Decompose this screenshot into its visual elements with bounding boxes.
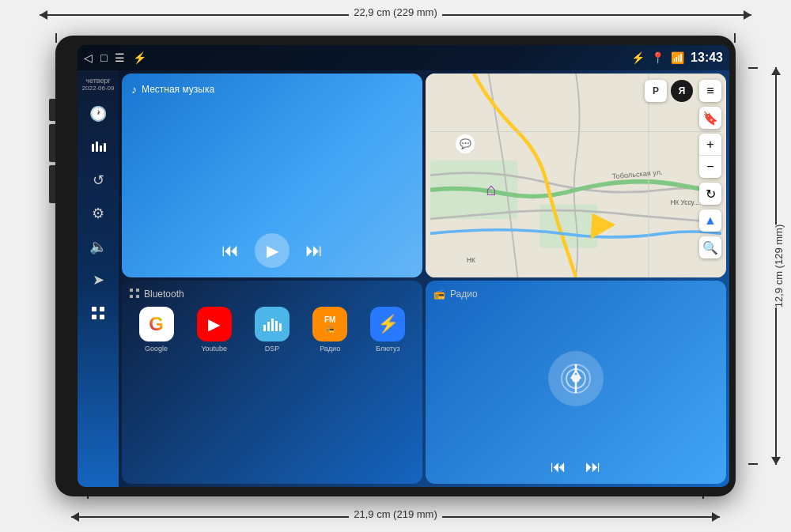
- left-nav: четверг 2022-06-09 🕐 ↺ ⚙ 🔈 ➤: [78, 70, 119, 487]
- app-item-radio[interactable]: FM📻 Радио: [312, 307, 347, 353]
- nav-volume-icon[interactable]: 🔈: [84, 232, 112, 261]
- play-button[interactable]: ▶: [255, 233, 290, 268]
- side-btn-3[interactable]: [49, 165, 55, 203]
- right-measurement: 12,9 cm (129 mm): [775, 67, 777, 465]
- app-icon-dsp: [255, 307, 290, 341]
- map-menu-button[interactable]: ≡: [699, 80, 721, 102]
- map-rotate-button[interactable]: ↻: [699, 183, 721, 205]
- nav-undo-icon[interactable]: ↺: [84, 166, 112, 194]
- music-controls: ⏮ ▶ ⏭: [131, 233, 413, 268]
- svg-rect-23: [267, 322, 270, 331]
- nav-clock-icon[interactable]: 🕐: [84, 100, 112, 128]
- radio-main: [433, 306, 718, 452]
- radio-card-header: 📻 Радио: [433, 289, 718, 300]
- location-status-icon: 📍: [651, 51, 664, 64]
- bt-card-title: Bluetooth: [144, 289, 184, 300]
- main-content: ♪ Местная музыка ⏮ ▶ ⏭: [119, 70, 729, 487]
- side-btn-1[interactable]: [49, 99, 55, 121]
- app-label-google: Google: [145, 345, 168, 353]
- play-icon: ▶: [267, 241, 278, 260]
- map-card[interactable]: Тобольская ул. Шилкинская НК НК Уссу... …: [426, 74, 726, 277]
- svg-rect-22: [263, 325, 266, 331]
- bt-card-header: Bluetooth: [130, 289, 414, 300]
- usb-icon: ⚡: [133, 51, 146, 64]
- antenna-icon: [548, 351, 604, 406]
- app-icon-google: G: [139, 307, 174, 341]
- status-bar: ◁ □ ☰ ⚡ ⚡ 📍 📶 13:43: [78, 45, 729, 70]
- youtube-play-icon: ▶: [208, 315, 220, 334]
- radio-nav: ⏮ ⏭: [433, 458, 718, 476]
- yandex-logo: Я: [671, 80, 693, 102]
- app-item-dsp[interactable]: DSP: [255, 307, 290, 353]
- app-grid: G Google ▶ Youtube: [130, 307, 414, 353]
- right-arrow-line: 12,9 cm (129 mm): [775, 67, 777, 465]
- home-icon[interactable]: □: [100, 51, 107, 64]
- date-str: 2022-06-09: [82, 85, 115, 92]
- status-time: 13:43: [691, 51, 723, 65]
- app-label-youtube: Youtube: [201, 345, 227, 353]
- zoom-out-button[interactable]: −: [699, 156, 721, 178]
- music-title-row: ♪ Местная музыка: [131, 83, 413, 96]
- measure-tick-tl: [55, 33, 57, 43]
- radio-card-title: Радио: [450, 289, 478, 300]
- map-compass-button[interactable]: ▲: [699, 209, 721, 232]
- nav-settings-icon[interactable]: ⚙: [84, 199, 112, 228]
- map-search-button[interactable]: 🔍: [699, 236, 721, 258]
- svg-rect-0: [92, 144, 94, 152]
- status-left: ◁ □ ☰ ⚡: [84, 51, 146, 64]
- prev-button[interactable]: ⏮: [221, 240, 239, 261]
- radio-prev-button[interactable]: ⏮: [551, 458, 566, 476]
- music-card: ♪ Местная музыка ⏮ ▶ ⏭: [122, 74, 422, 277]
- nav-apps-icon[interactable]: [84, 299, 112, 327]
- svg-rect-5: [100, 307, 104, 311]
- google-g-letter: G: [149, 313, 164, 335]
- nav-navigation-icon[interactable]: ➤: [84, 266, 112, 294]
- top-measurement-label: 22,9 cm (229 mm): [349, 6, 441, 18]
- app-icon-youtube: ▶: [197, 307, 232, 341]
- app-label-radio: Радио: [320, 345, 340, 353]
- bluetooth-card: Bluetooth G Google: [122, 281, 422, 485]
- svg-rect-19: [136, 289, 139, 292]
- map-controls: ≡ 🔖 + − ↻ ▲ 🔍: [699, 80, 721, 258]
- svg-rect-21: [136, 295, 139, 298]
- svg-rect-1: [96, 141, 98, 152]
- app-label-dsp: DSP: [265, 345, 280, 353]
- status-right: ⚡ 📍 📶 13:43: [631, 51, 723, 65]
- svg-rect-6: [92, 315, 97, 319]
- side-buttons: [49, 99, 55, 203]
- svg-text:НК Уссу...: НК Уссу...: [671, 199, 699, 206]
- app-item-youtube[interactable]: ▶ Youtube: [197, 307, 232, 353]
- date-display: четверг 2022-06-09: [82, 77, 115, 92]
- svg-rect-25: [275, 321, 278, 331]
- svg-rect-24: [271, 319, 274, 331]
- svg-rect-2: [100, 145, 102, 152]
- menu-icon[interactable]: ☰: [115, 51, 125, 64]
- nav-equalizer-icon[interactable]: [84, 133, 112, 161]
- top-arrow-line: 22,9 cm (229 mm): [40, 14, 751, 16]
- radio-next-button[interactable]: ⏭: [585, 458, 601, 476]
- top-measurement: 22,9 cm (229 mm): [40, 14, 751, 16]
- zoom-in-button[interactable]: +: [699, 134, 721, 156]
- app-item-bluetooth[interactable]: ⚡ Блютуз: [370, 307, 405, 353]
- wifi-status-icon: 📶: [671, 51, 684, 64]
- svg-rect-18: [130, 289, 133, 292]
- back-icon[interactable]: ◁: [84, 51, 93, 64]
- app-item-google[interactable]: G Google: [139, 307, 174, 353]
- measure-tick-rt: [748, 67, 758, 69]
- map-bookmark-button[interactable]: 🔖: [699, 107, 721, 129]
- radio-fm-text: FM📻: [324, 315, 335, 333]
- bottom-measurement: 21,9 cm (219 mm): [71, 516, 720, 518]
- right-measurement-label: 12,9 cm (129 mm): [770, 224, 788, 308]
- day-name: четверг: [82, 77, 115, 85]
- radio-card: 📻 Радио: [426, 281, 726, 485]
- app-icon-radio: FM📻: [312, 307, 347, 341]
- screen: ◁ □ ☰ ⚡ ⚡ 📍 📶 13:43 четверг 2022-06-09: [78, 45, 729, 487]
- next-button[interactable]: ⏭: [305, 240, 323, 261]
- bottom-measurement-label: 21,9 cm (219 mm): [349, 508, 441, 520]
- apps-grid-icon: [130, 289, 139, 300]
- parking-button[interactable]: P: [645, 80, 667, 102]
- side-btn-2[interactable]: [49, 124, 55, 162]
- app-icon-bluetooth: ⚡: [370, 307, 405, 341]
- bottom-arrow-line: 21,9 cm (219 mm): [71, 516, 720, 518]
- svg-rect-3: [104, 143, 106, 152]
